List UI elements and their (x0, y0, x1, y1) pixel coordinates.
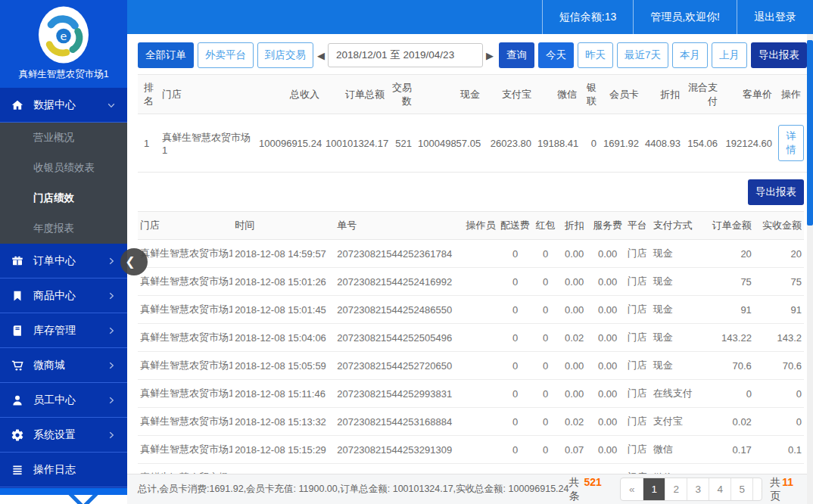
date-range-input[interactable]: 2018/12/01 至 2019/04/23 (328, 43, 483, 67)
sidebar-collapse-button[interactable]: ❮ (120, 248, 148, 275)
order-cell: 支付宝 (651, 408, 704, 436)
order-cell: 现金 (651, 268, 704, 296)
order-type-tabs: 全部订单外卖平台到店交易 (138, 42, 313, 68)
goods-icon (11, 289, 24, 303)
query-button[interactable]: 查询 (499, 42, 534, 68)
order-cell: 真鲜生智慧农贸市场1 (138, 268, 232, 296)
sidebar-item-inventory[interactable]: 库存管理 (0, 313, 127, 348)
order-cell: 0.00 (590, 408, 625, 436)
order-cell: 0 (498, 240, 533, 268)
quick-button-this-month[interactable]: 本月 (672, 42, 708, 68)
page-next-button[interactable]: » (752, 478, 762, 500)
chevron-right-icon (106, 256, 117, 266)
order-row: 真鲜生智慧农贸市场12018-12-08 15:05:5920723082154… (138, 352, 804, 380)
date-next-arrow[interactable]: ▶ (486, 50, 494, 61)
summary-cell: 0 (580, 114, 600, 173)
detail-button[interactable]: 详情 (778, 125, 804, 161)
quick-button-last-7-days[interactable]: 最近7天 (617, 42, 668, 68)
totals-summary: 总计,会员卡消费:1691.92,会员卡充值: 11900.00,订单总金额: … (138, 483, 568, 496)
sidebar-item-data-center[interactable]: 数据中心 (0, 88, 127, 123)
filter-tab-all-orders[interactable]: 全部订单 (138, 42, 194, 68)
summary-col-header: 折扣 (642, 75, 683, 114)
order-cell: 70.6 (704, 352, 754, 380)
summary-col-header: 混合支付 (683, 75, 721, 114)
summary-header-row: 排名门店总收入订单总额交易数现金支付宝微信银联会员卡折扣混合支付客单价操作 (138, 75, 807, 114)
order-cell: 75 (704, 268, 754, 296)
order-cell: 0.17 (704, 436, 754, 464)
summary-action-cell: 详情 (775, 114, 807, 173)
sidebar-item-staff-center[interactable]: 员工中心 (0, 383, 127, 418)
orders-col-header: 时间 (232, 212, 335, 240)
orders-col-header: 操作员 (463, 212, 497, 240)
order-cell (463, 352, 497, 380)
sidebar-item-operation-log[interactable]: 操作日志 (0, 453, 127, 487)
page-button-3[interactable]: 3 (687, 478, 709, 500)
summary-cell: 1 (138, 114, 159, 173)
summary-data-row: 1真鲜生智慧农贸市场1100096915.24100101324.1752110… (138, 114, 807, 173)
page-scrollbar[interactable] (807, 34, 813, 504)
chevron-right-icon (106, 360, 117, 371)
order-cell: 207230821544252416992 (335, 268, 463, 296)
orders-col-header: 折扣 (559, 212, 590, 240)
order-row: 真鲜生智慧农贸市场12018-12-08 15:01:2620723082154… (138, 268, 804, 296)
page-button-4[interactable]: 4 (709, 478, 730, 500)
order-cell: 2018-12-08 15:04:06 (232, 324, 335, 352)
export-report-button-top[interactable]: 导出报表 (751, 42, 807, 68)
summary-col-header: 银联 (580, 75, 600, 114)
summary-cell: 19188.41 (534, 114, 580, 173)
order-cell: 现金 (651, 296, 704, 324)
date-prev-arrow[interactable]: ◀ (317, 50, 325, 61)
sidebar-item-system-settings[interactable]: 系统设置 (0, 418, 127, 453)
order-cell: 0.00 (559, 352, 590, 380)
order-cell: 0 (533, 352, 559, 380)
order-cell: 0.02 (559, 408, 590, 436)
order-cell: 20 (754, 240, 804, 268)
order-cell: 0.02 (704, 408, 754, 436)
quick-button-yesterday[interactable]: 昨天 (578, 42, 613, 68)
filter-tab-in-store[interactable]: 到店交易 (257, 42, 313, 68)
summary-cell: 192124.60 (721, 114, 775, 173)
scrollbar-thumb[interactable] (807, 40, 813, 226)
page-button-5[interactable]: 5 (730, 478, 752, 500)
order-cell: 0.00 (559, 380, 590, 408)
submenu-item[interactable]: 门店绩效 (0, 183, 127, 213)
sidebar-item-micro-mall[interactable]: 微商城 (0, 348, 127, 383)
order-cell: 0 (533, 380, 559, 408)
page-button-2[interactable]: 2 (665, 478, 687, 500)
quick-button-last-month[interactable]: 上月 (712, 42, 747, 68)
orders-col-header: 红包 (533, 212, 559, 240)
order-cell: 0 (533, 240, 559, 268)
order-cell: 0 (533, 296, 559, 324)
order-cell: 真鲜生智慧农贸市场1 (138, 436, 232, 464)
summary-col-header: 客单价 (721, 75, 775, 114)
order-cell: 0 (498, 324, 533, 352)
store-logo-icon: e (36, 5, 91, 65)
orders-col-header: 配送费 (498, 212, 533, 240)
sidebar-item-goods-center[interactable]: 商品中心 (0, 278, 127, 313)
quick-button-today[interactable]: 今天 (538, 42, 574, 68)
order-cell: 207230821544252361784 (335, 240, 463, 268)
total-count: 共 521 条 (568, 476, 612, 503)
order-cell: 20 (704, 240, 754, 268)
order-icon (11, 254, 24, 268)
filter-tab-takeout-platform[interactable]: 外卖平台 (198, 42, 254, 68)
logout-button[interactable]: 退出登录 (737, 0, 813, 34)
order-cell (463, 408, 497, 436)
sidebar-item-order-center[interactable]: 订单中心 (0, 244, 127, 278)
order-row: 真鲜生智慧农贸市场12018-12-08 15:01:4520723082154… (138, 296, 804, 324)
main-area: 短信余额:13 管理员,欢迎你! 退出登录 全部订单外卖平台到店交易 ◀ 201… (127, 0, 813, 504)
export-report-button-detail[interactable]: 导出报表 (748, 179, 804, 205)
order-cell: 0 (754, 380, 804, 408)
submenu-item[interactable]: 年度报表 (0, 213, 127, 244)
quick-range-buttons: 今天昨天最近7天本月上月 (538, 42, 747, 68)
order-cell (463, 268, 497, 296)
sidebar-item-label: 商品中心 (33, 289, 106, 303)
submenu-item[interactable]: 收银员绩效表 (0, 153, 127, 183)
order-cell: 0 (498, 380, 533, 408)
order-cell: 0.00 (590, 268, 625, 296)
order-cell: 75 (754, 268, 804, 296)
page-button-1[interactable]: 1 (643, 478, 665, 500)
page-prev-button[interactable]: « (621, 478, 643, 500)
submenu-item[interactable]: 营业概况 (0, 123, 127, 153)
app-root: e 真鲜生智慧农贸市场1 数据中心营业概况收银员绩效表门店绩效年度报表订单中心商… (0, 0, 813, 504)
